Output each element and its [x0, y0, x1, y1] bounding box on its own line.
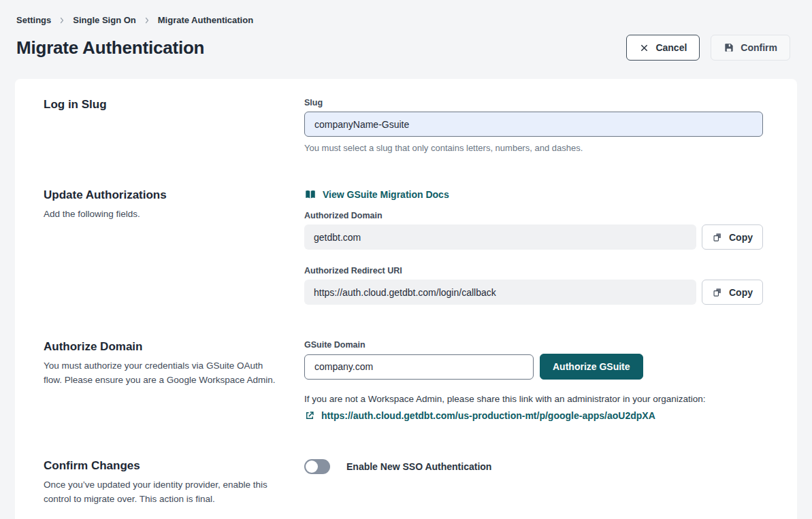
- cancel-button[interactable]: Cancel: [626, 35, 700, 61]
- copy-authorized-domain-button[interactable]: Copy: [702, 224, 763, 250]
- chevron-right-icon: [143, 16, 151, 24]
- title-row: Migrate Authentication Cancel Confirm: [16, 35, 790, 61]
- breadcrumb-settings[interactable]: Settings: [16, 15, 51, 25]
- admin-share-link-label: https://auth.cloud.getdbt.com/us-product…: [321, 410, 655, 421]
- section-confirm-changes-left: Confirm Changes Once you’ve updated your…: [44, 459, 304, 507]
- section-confirm-changes-right: Enable New SSO Authentication: [304, 459, 763, 507]
- authorized-domain-field[interactable]: [304, 224, 696, 250]
- page-header: Settings Single Sign On Migrate Authenti…: [0, 0, 812, 61]
- external-link-icon: [304, 410, 315, 421]
- breadcrumb: Settings Single Sign On Migrate Authenti…: [16, 15, 790, 25]
- gsuite-migration-docs-link[interactable]: View GSuite Migration Docs: [304, 188, 449, 201]
- section-update-authorizations: Update Authorizations Add the following …: [44, 188, 763, 305]
- section-confirm-changes: Confirm Changes Once you’ve updated your…: [44, 459, 763, 507]
- slug-helper-text: You must select a slug that only contain…: [304, 143, 763, 153]
- authorize-domain-heading: Authorize Domain: [44, 340, 281, 354]
- gsuite-domain-row: Authorize GSuite: [304, 354, 763, 380]
- settings-card: Log in Slug Slug You must select a slug …: [15, 79, 797, 519]
- section-update-authorizations-left: Update Authorizations Add the following …: [44, 188, 304, 305]
- breadcrumb-migrate-authentication: Migrate Authentication: [158, 15, 253, 25]
- redirect-uri-field[interactable]: [304, 280, 696, 305]
- section-login-slug-left: Log in Slug: [44, 98, 304, 153]
- slug-input[interactable]: [304, 112, 763, 137]
- copy-icon: [712, 232, 723, 243]
- redirect-uri-row: Copy: [304, 280, 763, 305]
- book-open-icon: [304, 188, 316, 201]
- x-icon: [639, 43, 649, 53]
- section-login-slug: Log in Slug Slug You must select a slug …: [44, 98, 763, 153]
- enable-sso-toggle-row: Enable New SSO Authentication: [304, 459, 763, 474]
- confirm-changes-heading: Confirm Changes: [44, 459, 281, 473]
- confirm-button[interactable]: Confirm: [711, 35, 790, 61]
- login-slug-heading: Log in Slug: [44, 98, 281, 112]
- authorize-gsuite-button[interactable]: Authorize GSuite: [540, 354, 643, 380]
- section-authorize-domain-left: Authorize Domain You must authorize your…: [44, 340, 304, 424]
- copy-icon: [712, 287, 723, 298]
- toggle-knob: [306, 461, 318, 473]
- redirect-uri-label: Authorized Redirect URI: [304, 266, 763, 275]
- page-title: Migrate Authentication: [16, 37, 204, 58]
- save-icon: [724, 42, 734, 53]
- cancel-button-label: Cancel: [655, 42, 687, 53]
- section-authorize-domain: Authorize Domain You must authorize your…: [44, 340, 763, 424]
- authorized-domain-row: Copy: [304, 224, 763, 250]
- workspace-admin-note: If you are not a Workspace Admin, please…: [304, 394, 763, 404]
- enable-sso-toggle[interactable]: [304, 459, 330, 474]
- update-authorizations-description: Add the following fields.: [44, 207, 281, 222]
- gsuite-domain-label: GSuite Domain: [304, 340, 763, 350]
- slug-field-label: Slug: [304, 98, 763, 107]
- copy-button-label: Copy: [729, 232, 753, 243]
- enable-sso-toggle-label: Enable New SSO Authentication: [346, 461, 491, 472]
- authorized-domain-label: Authorized Domain: [304, 211, 763, 220]
- authorize-gsuite-button-label: Authorize GSuite: [553, 361, 630, 372]
- section-authorize-domain-right: GSuite Domain Authorize GSuite If you ar…: [304, 340, 763, 424]
- header-actions: Cancel Confirm: [626, 35, 790, 61]
- gsuite-domain-input[interactable]: [304, 354, 534, 380]
- confirm-button-label: Confirm: [741, 42, 777, 53]
- section-login-slug-right: Slug You must select a slug that only co…: [304, 98, 763, 153]
- admin-share-link[interactable]: https://auth.cloud.getdbt.com/us-product…: [304, 410, 655, 421]
- copy-redirect-uri-button[interactable]: Copy: [702, 280, 763, 305]
- gsuite-migration-docs-link-label: View GSuite Migration Docs: [323, 189, 449, 200]
- section-update-authorizations-right: View GSuite Migration Docs Authorized Do…: [304, 188, 763, 305]
- confirm-changes-description: Once you’ve updated your identity provid…: [44, 478, 281, 507]
- update-authorizations-heading: Update Authorizations: [44, 188, 281, 202]
- copy-button-label: Copy: [729, 287, 753, 298]
- breadcrumb-single-sign-on[interactable]: Single Sign On: [73, 15, 135, 25]
- chevron-right-icon: [58, 16, 66, 24]
- authorize-domain-description: You must authorize your credentials via …: [44, 359, 281, 388]
